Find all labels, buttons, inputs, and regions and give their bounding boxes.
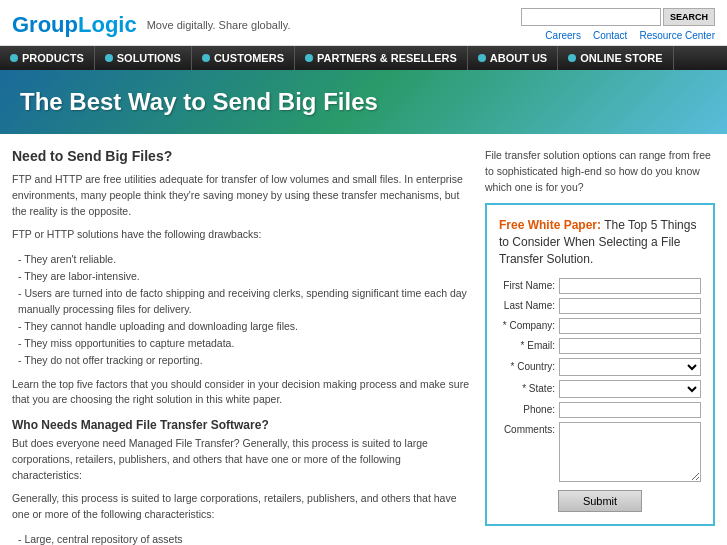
list-item: - Users are turned into de facto shippin… — [18, 285, 469, 319]
submit-row: Submit — [499, 490, 701, 512]
main-content: Need to Send Big Files? FTP and HTTP are… — [0, 134, 727, 545]
state-row: * State: — [499, 380, 701, 398]
nav-item-products[interactable]: PRODUCTS — [0, 46, 95, 70]
header: GroupLogic Move digitally. Share globall… — [0, 0, 727, 46]
logo-group: Group — [12, 12, 78, 37]
last-name-row: Last Name: — [499, 298, 701, 314]
email-label: * Email: — [499, 340, 555, 351]
who-paragraph: But does everyone need Managed File Tran… — [12, 436, 469, 483]
drawbacks-list: - They aren't reliable. - They are labor… — [18, 251, 469, 369]
list-item: - They are labor-intensive. — [18, 268, 469, 285]
logo-logic: Logic — [78, 12, 137, 37]
nav-dot-about — [478, 54, 486, 62]
comments-label: Comments: — [499, 422, 555, 435]
comments-row: Comments: — [499, 422, 701, 482]
last-name-input[interactable] — [559, 298, 701, 314]
phone-input[interactable] — [559, 402, 701, 418]
range-paragraph: File transfer solution options can range… — [485, 148, 715, 195]
intro-paragraph: FTP and HTTP are free utilities adequate… — [12, 172, 469, 219]
comments-textarea[interactable] — [559, 422, 701, 482]
generally-paragraph: Generally, this process is suited to lar… — [12, 491, 469, 523]
left-column: Need to Send Big Files? FTP and HTTP are… — [12, 148, 469, 545]
first-name-input[interactable] — [559, 278, 701, 294]
nav-item-solutions[interactable]: SOLUTIONS — [95, 46, 192, 70]
top-links: Careers Contact Resource Center — [545, 30, 715, 41]
company-row: * Company: — [499, 318, 701, 334]
tagline: Move digitally. Share globally. — [147, 19, 291, 31]
nav-label-products: PRODUCTS — [22, 52, 84, 64]
hero-title: The Best Way to Send Big Files — [20, 88, 707, 116]
phone-label: Phone: — [499, 404, 555, 415]
right-column: File transfer solution options can range… — [485, 148, 715, 545]
nav-dot-products — [10, 54, 18, 62]
careers-link[interactable]: Careers — [545, 30, 581, 41]
learn-paragraph: Learn the top five factors that you shou… — [12, 377, 469, 409]
nav-item-customers[interactable]: CUSTOMERS — [192, 46, 295, 70]
hero-banner: The Best Way to Send Big Files — [0, 70, 727, 134]
resource-center-link[interactable]: Resource Center — [639, 30, 715, 41]
country-row: * Country: — [499, 358, 701, 376]
list-item: - They miss opportunities to capture met… — [18, 335, 469, 352]
wp-title: Free White Paper: The Top 5 Things to Co… — [499, 217, 701, 267]
nav-label-about: ABOUT US — [490, 52, 547, 64]
drawbacks-heading: FTP or HTTP solutions have the following… — [12, 227, 469, 243]
list-item: - They do not offer tracking or reportin… — [18, 352, 469, 369]
whitepaper-box: Free White Paper: The Top 5 Things to Co… — [485, 203, 715, 525]
nav-label-solutions: SOLUTIONS — [117, 52, 181, 64]
state-label: * State: — [499, 383, 555, 394]
country-select[interactable] — [559, 358, 701, 376]
nav-item-store[interactable]: ONLINE STORE — [558, 46, 673, 70]
list-item: - They aren't reliable. — [18, 251, 469, 268]
company-label: * Company: — [499, 320, 555, 331]
nav-dot-partners — [305, 54, 313, 62]
list-item: - Large, central repository of assets — [18, 531, 469, 545]
main-heading: Need to Send Big Files? — [12, 148, 469, 164]
main-nav: PRODUCTS SOLUTIONS CUSTOMERS PARTNERS & … — [0, 46, 727, 70]
header-right: SEARCH Careers Contact Resource Center — [521, 8, 715, 41]
logo: GroupLogic — [12, 12, 137, 38]
contact-link[interactable]: Contact — [593, 30, 627, 41]
email-input[interactable] — [559, 338, 701, 354]
last-name-label: Last Name: — [499, 300, 555, 311]
nav-item-partners[interactable]: PARTNERS & RESELLERS — [295, 46, 468, 70]
who-heading: Who Needs Managed File Transfer Software… — [12, 418, 469, 432]
search-button[interactable]: SEARCH — [663, 8, 715, 26]
submit-button[interactable]: Submit — [558, 490, 642, 512]
nav-dot-solutions — [105, 54, 113, 62]
nav-dot-store — [568, 54, 576, 62]
nav-label-partners: PARTNERS & RESELLERS — [317, 52, 457, 64]
nav-label-customers: CUSTOMERS — [214, 52, 284, 64]
nav-label-store: ONLINE STORE — [580, 52, 662, 64]
phone-row: Phone: — [499, 402, 701, 418]
state-select[interactable] — [559, 380, 701, 398]
search-input[interactable] — [521, 8, 661, 26]
search-bar: SEARCH — [521, 8, 715, 26]
country-label: * Country: — [499, 361, 555, 372]
email-row: * Email: — [499, 338, 701, 354]
nav-item-about[interactable]: ABOUT US — [468, 46, 558, 70]
list-item: - They cannot handle uploading and downl… — [18, 318, 469, 335]
first-name-row: First Name: — [499, 278, 701, 294]
wp-label: Free White Paper: — [499, 218, 601, 232]
first-name-label: First Name: — [499, 280, 555, 291]
nav-dot-customers — [202, 54, 210, 62]
logo-area: GroupLogic Move digitally. Share globall… — [12, 12, 291, 38]
characteristics-list: - Large, central repository of assets - … — [18, 531, 469, 545]
company-input[interactable] — [559, 318, 701, 334]
